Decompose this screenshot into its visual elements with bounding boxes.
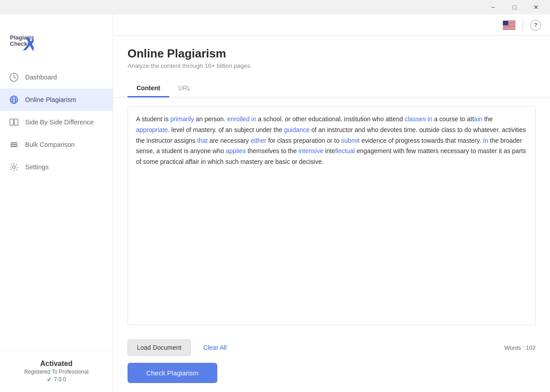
settings-label: Settings: [25, 163, 48, 171]
nav-items: Dashboard Online Plagiarism: [0, 66, 113, 350]
tabs-bar: Content URL: [113, 73, 550, 97]
globe-icon: [9, 95, 19, 105]
word-count: Words : 102: [504, 344, 536, 351]
svg-rect-22: [503, 21, 508, 26]
sbs-icon: [9, 117, 19, 127]
sidebar-item-dashboard[interactable]: Dashboard: [0, 66, 113, 88]
checkmark-icon: ✔: [47, 376, 52, 383]
online-plagiarism-label: Online Plagiarism: [25, 96, 76, 103]
dashboard-label: Dashboard: [25, 74, 57, 81]
page-header: Online Plagiarism Analyze the content th…: [113, 36, 550, 69]
sidebar: Plagiarism Checker X Dashboard: [0, 14, 113, 392]
svg-rect-21: [503, 28, 515, 29]
dashboard-icon: [9, 72, 19, 82]
svg-rect-13: [10, 146, 18, 147]
svg-rect-10: [14, 119, 18, 125]
logo-area: Plagiarism Checker X: [0, 19, 113, 66]
registered-label: Registered To Professional: [9, 369, 104, 375]
top-bar: ?: [113, 14, 550, 36]
sidebar-item-side-by-side[interactable]: Side By Side Difference: [0, 111, 113, 133]
svg-rect-9: [10, 119, 13, 125]
close-button[interactable]: ✕: [526, 0, 546, 14]
content-area: A student is primarily an person. enroll…: [113, 97, 550, 334]
minimize-button[interactable]: −: [483, 0, 503, 14]
main-content: ? Online Plagiarism Analyze the content …: [113, 14, 550, 392]
logo-wrapper: Plagiarism Checker X: [9, 28, 34, 53]
activated-label: Activated: [9, 360, 104, 368]
sidebar-bottom: Activated Registered To Professional ✔ 7…: [0, 350, 113, 392]
bottom-toolbar: Load Document Clear All Words : 102: [113, 334, 550, 363]
sidebar-item-online-plagiarism[interactable]: Online Plagiarism: [0, 88, 113, 111]
sidebar-item-settings[interactable]: Settings: [0, 156, 113, 178]
svg-point-14: [13, 166, 15, 168]
tab-url[interactable]: URL: [169, 80, 200, 97]
load-document-button[interactable]: Load Document: [128, 339, 191, 356]
maximize-button[interactable]: □: [504, 0, 525, 14]
svg-rect-19: [503, 25, 515, 26]
bulk-icon: [9, 140, 19, 150]
tab-content[interactable]: Content: [128, 80, 169, 97]
sidebar-item-bulk-comparison[interactable]: Bulk Comparison: [0, 133, 113, 156]
flag-icon[interactable]: [503, 21, 515, 30]
settings-icon: [9, 162, 19, 172]
sbs-label: Side By Side Difference: [25, 119, 94, 126]
title-bar: − □ ✕: [0, 0, 550, 14]
svg-rect-11: [10, 142, 18, 144]
svg-text:X: X: [23, 33, 34, 53]
help-button[interactable]: ?: [530, 20, 541, 31]
svg-rect-20: [503, 26, 515, 27]
page-subtitle: Analyze the content through 16+ billion …: [128, 62, 536, 69]
check-plagiarism-row: Check Plagiarism: [113, 363, 550, 392]
svg-rect-12: [10, 144, 18, 145]
bulk-comparison-label: Bulk Comparison: [25, 141, 75, 148]
app-container: Plagiarism Checker X Dashboard: [0, 14, 550, 392]
version-label: ✔ 7.0.0: [9, 376, 104, 383]
logo-icon: Plagiarism Checker X: [9, 28, 34, 53]
version-number: 7.0.0: [54, 376, 66, 383]
top-bar-separator: [523, 20, 523, 31]
editor-text: A student is primarily an person. enroll…: [136, 115, 526, 165]
page-title: Online Plagiarism: [128, 47, 536, 61]
text-editor[interactable]: A student is primarily an person. enroll…: [128, 106, 536, 325]
check-plagiarism-button[interactable]: Check Plagiarism: [128, 363, 217, 383]
clear-all-button[interactable]: Clear All: [196, 340, 234, 355]
